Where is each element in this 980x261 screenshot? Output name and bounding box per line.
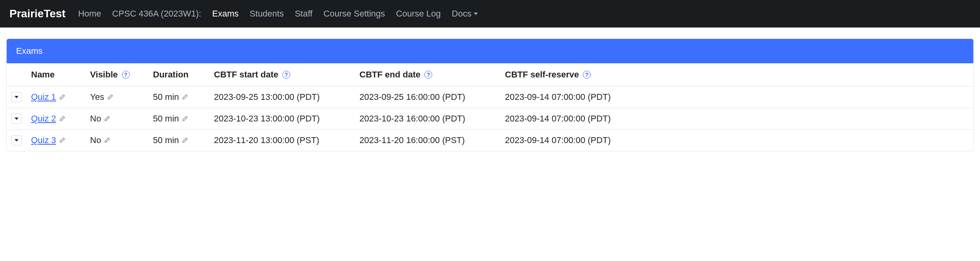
- edit-icon[interactable]: [107, 92, 113, 102]
- nav-links: Home CPSC 436A (2023W1): Exams Students …: [78, 9, 478, 19]
- duration-value: 50 min: [153, 92, 179, 102]
- nav-docs-label: Docs: [452, 9, 472, 19]
- th-expand: [7, 63, 26, 86]
- navbar: PrairieTest Home CPSC 436A (2023W1): Exa…: [0, 0, 980, 28]
- edit-icon[interactable]: [59, 114, 65, 124]
- edit-icon[interactable]: [104, 135, 110, 145]
- chevron-down-icon: [474, 13, 478, 15]
- th-name: Name: [26, 63, 85, 86]
- nav-staff[interactable]: Staff: [295, 9, 313, 19]
- nav-docs-dropdown[interactable]: Docs: [452, 9, 478, 19]
- visible-value: Yes: [90, 92, 104, 102]
- start-date-value: 2023-11-20 13:00:00 (PST): [214, 135, 319, 145]
- help-icon[interactable]: ?: [583, 71, 591, 79]
- end-date-value: 2023-11-20 16:00:00 (PST): [359, 135, 465, 145]
- main-container: Exams Name Visible ? Duration CBTF: [0, 28, 980, 158]
- quiz-link[interactable]: Quiz 1: [31, 92, 56, 102]
- end-date-value: 2023-09-25 16:00:00 (PDT): [359, 92, 465, 102]
- start-date-value: 2023-10-23 13:00:00 (PDT): [214, 114, 320, 123]
- th-start-label: CBTF start date: [214, 70, 278, 80]
- help-icon[interactable]: ?: [424, 71, 432, 79]
- exams-card: Exams Name Visible ? Duration CBTF: [6, 39, 974, 151]
- edit-icon[interactable]: [59, 135, 65, 145]
- nav-exams[interactable]: Exams: [212, 9, 239, 19]
- th-visible-label: Visible: [90, 70, 118, 80]
- edit-icon[interactable]: [182, 92, 188, 102]
- quiz-link[interactable]: Quiz 3: [31, 135, 56, 145]
- reserve-date-value: 2023-09-14 07:00:00 (PDT): [505, 114, 611, 123]
- brand-logo[interactable]: PrairieTest: [9, 7, 66, 20]
- quiz-link[interactable]: Quiz 2: [31, 114, 56, 124]
- table-row: Quiz 3 No 50 min 2023-11-20 13:00:00 (PS…: [7, 130, 973, 151]
- th-end: CBTF end date ?: [355, 63, 500, 86]
- help-icon[interactable]: ?: [282, 71, 290, 79]
- expand-button[interactable]: [11, 92, 22, 102]
- nav-home[interactable]: Home: [78, 9, 101, 19]
- th-reserve-label: CBTF self-reserve: [505, 70, 579, 80]
- nav-students[interactable]: Students: [250, 9, 284, 19]
- duration-value: 50 min: [153, 114, 179, 124]
- chevron-down-icon: [15, 139, 18, 142]
- visible-value: No: [90, 135, 101, 145]
- th-start: CBTF start date ?: [209, 63, 355, 86]
- edit-icon[interactable]: [59, 92, 65, 102]
- help-icon[interactable]: ?: [122, 71, 130, 79]
- chevron-down-icon: [15, 118, 18, 120]
- nav-log[interactable]: Course Log: [396, 9, 441, 19]
- reserve-date-value: 2023-09-14 07:00:00 (PDT): [505, 92, 611, 102]
- th-end-label: CBTF end date: [359, 70, 420, 80]
- chevron-down-icon: [15, 96, 18, 98]
- reserve-date-value: 2023-09-14 07:00:00 (PDT): [505, 135, 611, 145]
- expand-button[interactable]: [11, 135, 22, 145]
- edit-icon[interactable]: [182, 114, 188, 124]
- table-row: Quiz 2 No 50 min 2023-10-23 13:00:00 (PD…: [7, 108, 973, 130]
- edit-icon[interactable]: [104, 114, 110, 124]
- th-duration: Duration: [148, 63, 209, 86]
- nav-course[interactable]: CPSC 436A (2023W1):: [112, 9, 201, 19]
- table-row: Quiz 1 Yes 50 min 2023-09-25 13:00:00 (P…: [7, 86, 973, 108]
- visible-value: No: [90, 114, 101, 124]
- th-reserve: CBTF self-reserve ?: [500, 63, 973, 86]
- th-visible: Visible ?: [85, 63, 148, 86]
- edit-icon[interactable]: [182, 135, 188, 145]
- expand-button[interactable]: [11, 114, 22, 124]
- end-date-value: 2023-10-23 16:00:00 (PDT): [359, 114, 465, 123]
- duration-value: 50 min: [153, 135, 179, 145]
- nav-settings[interactable]: Course Settings: [324, 9, 385, 19]
- card-header: Exams: [7, 39, 973, 63]
- exams-table: Name Visible ? Duration CBTF start date …: [7, 63, 973, 151]
- start-date-value: 2023-09-25 13:00:00 (PDT): [214, 92, 320, 102]
